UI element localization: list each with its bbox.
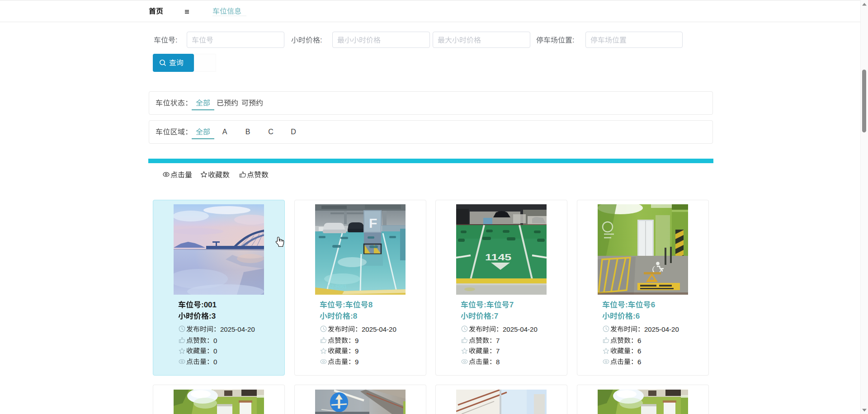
svg-text:2025-04-20: 2025-04-20: [362, 325, 396, 333]
svg-text:8: 8: [368, 301, 372, 309]
svg-text::8: :8: [350, 312, 357, 320]
svg-text::: :: [320, 36, 322, 44]
svg-text:8: 8: [496, 358, 500, 365]
svg-text:6: 6: [651, 301, 655, 309]
svg-text:2025-04-20: 2025-04-20: [220, 325, 255, 333]
svg-text:0: 0: [213, 347, 217, 355]
svg-text:9: 9: [355, 358, 359, 365]
svg-text::001: :001: [201, 301, 217, 309]
svg-text:7: 7: [509, 301, 514, 309]
svg-text:0: 0: [213, 358, 217, 365]
svg-text:F: F: [369, 216, 377, 231]
svg-text::: :: [484, 301, 486, 309]
svg-text::: :: [175, 36, 177, 44]
svg-text:6: 6: [637, 347, 641, 355]
svg-text:9: 9: [355, 347, 359, 355]
svg-text:7: 7: [496, 347, 500, 355]
svg-text::6: :6: [633, 312, 640, 320]
svg-text::: :: [343, 301, 345, 309]
svg-text::: :: [572, 36, 574, 44]
svg-text:9: 9: [355, 336, 359, 344]
svg-text:1145: 1145: [485, 252, 511, 262]
svg-text:2025-04-20: 2025-04-20: [503, 325, 538, 333]
svg-text:7: 7: [496, 336, 500, 344]
svg-text:6: 6: [637, 336, 641, 344]
svg-text::7: :7: [491, 312, 498, 320]
svg-text::: :: [625, 301, 628, 309]
svg-text:6: 6: [637, 358, 641, 365]
svg-text::3: :3: [209, 312, 216, 320]
svg-text:2025-04-20: 2025-04-20: [644, 325, 679, 333]
svg-text:0: 0: [213, 336, 217, 344]
svg-text:B2-F061: B2-F061: [328, 284, 347, 289]
